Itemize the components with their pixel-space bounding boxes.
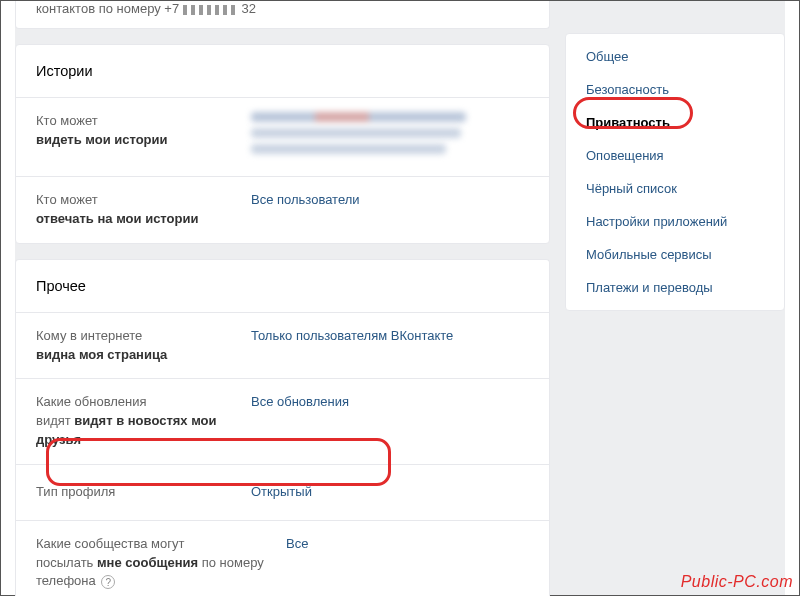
sidebar-item-notifications[interactable]: Оповещения xyxy=(566,139,784,172)
sidebar-item-mobile[interactable]: Мобильные сервисы xyxy=(566,238,784,271)
page-body: контактов по номеру +7 32 Истории Кто мо… xyxy=(15,1,785,595)
row-label: Какие сообщества могут посылать мне сооб… xyxy=(36,535,286,592)
sidebar-item-general[interactable]: Общее xyxy=(566,40,784,73)
row-label: Кому в интернете видна моя страница xyxy=(36,327,251,365)
sidebar-item-blacklist[interactable]: Чёрный список xyxy=(566,172,784,205)
contacts-card-partial: контактов по номеру +7 32 xyxy=(15,1,550,29)
sidebar-item-payments[interactable]: Платежи и переводы xyxy=(566,271,784,304)
row-label: Какие обновления видят видят в новостях … xyxy=(36,393,251,450)
setting-row-page-visibility: Кому в интернете видна моя страница Толь… xyxy=(16,313,549,379)
setting-row-see-stories: Кто может видеть мои истории xyxy=(16,98,549,176)
main-column: контактов по номеру +7 32 Истории Кто мо… xyxy=(15,1,550,595)
setting-row-profile-type: Тип профиля Открытый xyxy=(16,464,549,520)
watermark: Public-PC.com xyxy=(681,573,793,591)
setting-row-reply-stories: Кто может отвечать на мои истории Все по… xyxy=(16,176,549,243)
help-icon[interactable]: ? xyxy=(101,575,115,589)
setting-row-community-messages: Какие сообщества могут посылать мне сооб… xyxy=(16,520,549,596)
other-title: Прочее xyxy=(16,260,549,313)
row-value-link[interactable]: Открытый xyxy=(251,483,312,502)
contacts-phone-suffix: 32 xyxy=(241,1,255,16)
row-value-blurred[interactable] xyxy=(251,112,471,162)
row-value-link[interactable]: Все пользователи xyxy=(251,191,360,210)
sidebar-item-app-settings[interactable]: Настройки приложений xyxy=(566,205,784,238)
other-section: Прочее Кому в интернете видна моя страни… xyxy=(15,259,550,596)
stories-title: Истории xyxy=(16,45,549,98)
sidebar-item-privacy[interactable]: Приватность xyxy=(566,106,784,139)
row-label: Кто может отвечать на мои истории xyxy=(36,191,251,229)
row-label: Тип профиля xyxy=(36,483,251,502)
window-frame: контактов по номеру +7 32 Истории Кто мо… xyxy=(0,0,800,596)
row-value-link[interactable]: Все xyxy=(286,535,308,554)
stories-section: Истории Кто может видеть мои истории xyxy=(15,44,550,244)
row-label: Кто может видеть мои истории xyxy=(36,112,251,150)
setting-row-news-updates: Какие обновления видят видят в новостях … xyxy=(16,378,549,464)
sidebar-menu: Общее Безопасность Приватность Оповещени… xyxy=(565,33,785,311)
contacts-by-phone-row: контактов по номеру +7 32 xyxy=(16,1,549,28)
contacts-phone-prefix: контактов по номеру +7 xyxy=(36,1,179,16)
redacted-phone-digits xyxy=(183,5,238,15)
row-value-link[interactable]: Все обновления xyxy=(251,393,349,412)
settings-sidebar: Общее Безопасность Приватность Оповещени… xyxy=(565,1,785,595)
row-value-link[interactable]: Только пользователям ВКонтакте xyxy=(251,327,453,346)
sidebar-item-security[interactable]: Безопасность xyxy=(566,73,784,106)
